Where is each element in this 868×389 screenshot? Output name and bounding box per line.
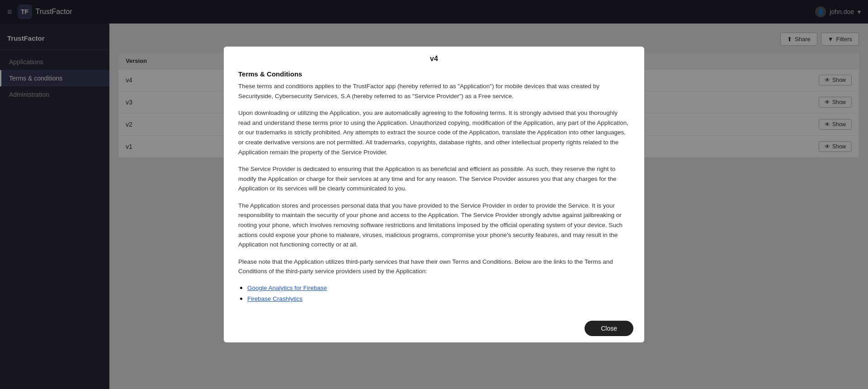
- modal-paragraph-5: Please note that the Application utilize…: [238, 257, 630, 276]
- modal-overlay: v4 Terms & Conditions These terms and co…: [0, 0, 868, 389]
- modal-third-party-links: Google Analytics for Firebase Firebase C…: [238, 284, 630, 303]
- modal-close-button[interactable]: Close: [585, 321, 633, 336]
- firebase-crashlytics-link[interactable]: Firebase Crashlytics: [247, 295, 302, 302]
- modal-dialog: v4 Terms & Conditions These terms and co…: [224, 47, 644, 342]
- modal-paragraph-4: The Application stores and processes per…: [238, 201, 630, 250]
- modal-paragraph-3: The Service Provider is dedicated to ens…: [238, 164, 630, 194]
- modal-paragraph-2: Upon downloading or utilizing the Applic…: [238, 108, 630, 157]
- firebase-analytics-link[interactable]: Google Analytics for Firebase: [247, 285, 327, 291]
- modal-paragraph-1: These terms and conditions applies to th…: [238, 81, 630, 101]
- modal-body[interactable]: Terms & Conditions These terms and condi…: [224, 68, 644, 314]
- modal-section-heading: Terms & Conditions: [238, 70, 630, 78]
- modal-version-title: v4: [430, 55, 438, 62]
- list-item: Google Analytics for Firebase: [247, 284, 630, 292]
- list-item: Firebase Crashlytics: [247, 294, 630, 303]
- modal-footer: Close: [224, 314, 644, 342]
- modal-header: v4: [224, 47, 644, 68]
